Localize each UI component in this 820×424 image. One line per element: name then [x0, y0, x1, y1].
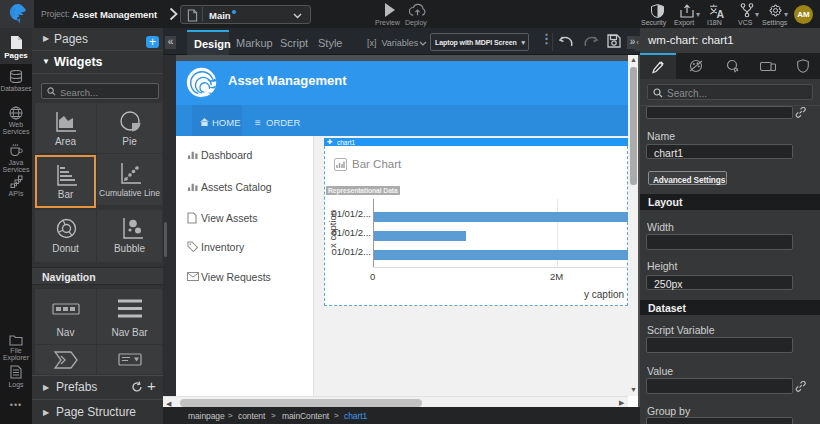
svg-text:A: A: [717, 8, 725, 19]
